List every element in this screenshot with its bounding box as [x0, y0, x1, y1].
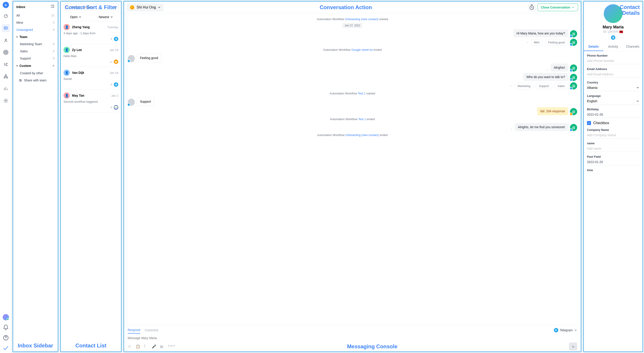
status-icon[interactable] [3, 345, 9, 351]
inbox-section-custom[interactable]: Custom [13, 62, 58, 70]
company-field[interactable] [587, 132, 639, 138]
svg-point-7 [6, 65, 7, 66]
filter-open[interactable]: Open [61, 13, 91, 21]
birthday-field[interactable] [587, 112, 639, 118]
inbox-custom-created[interactable]: Created by other [13, 70, 58, 77]
inbox-team-marketing[interactable]: Marketing Team5 [13, 41, 58, 48]
filter-icon[interactable] [113, 5, 116, 9]
tab-channels[interactable]: Channels [623, 43, 642, 51]
channel-icon: ★ [114, 60, 118, 64]
country-select[interactable]: Albania [587, 85, 639, 91]
user-avatar[interactable] [3, 314, 9, 320]
date-chip: Jan 27, 2022 [342, 23, 362, 28]
workflows-icon[interactable] [2, 60, 10, 69]
name-field[interactable] [587, 146, 639, 152]
contact-id: ID: 1297375🇦🇱 [586, 30, 640, 34]
contact-search[interactable] [63, 4, 119, 11]
svg-point-14 [20, 79, 20, 80]
workflow-event: Automation Workflow Google sheet try end… [128, 48, 577, 52]
nav-rail: S [0, 0, 12, 353]
settings-icon[interactable] [2, 97, 10, 105]
collapse-icon[interactable] [50, 4, 54, 9]
filter-newest[interactable]: Newest [91, 13, 121, 21]
details-overlay-title: ContactDetails [620, 4, 640, 16]
telegram-icon[interactable]: ✈ [611, 35, 616, 40]
checkbox-field[interactable]: ✓ [587, 121, 591, 125]
snooze-button[interactable] [528, 4, 535, 11]
contact-card[interactable]: 👤May TanJan 2 Second workflow triggered … [61, 90, 121, 113]
contact-avatar [128, 99, 135, 106]
contacts-icon[interactable] [2, 36, 10, 44]
language-select[interactable]: English [587, 98, 639, 105]
inbox-panel-label: Inbox Sidebar [13, 340, 58, 351]
bot-avatar: ⊞ [570, 39, 577, 46]
inbox-item-unassigned[interactable]: Unassigned4 [13, 26, 58, 33]
message-error: fail. 204 response [537, 107, 568, 115]
workflow-event: Automation Workflow Test 1 started [128, 92, 577, 95]
clipboard-icon[interactable]: 📋 [136, 344, 140, 349]
help-icon[interactable] [3, 335, 9, 341]
bot-avatar: ⊞ [570, 82, 577, 90]
telegram-icon: ✈ [554, 328, 558, 332]
console-overlay-title: Conversation Action [320, 4, 372, 11]
message-input[interactable] [128, 333, 577, 342]
assignee-dropdown[interactable]: Shi Hui Ong [127, 3, 164, 12]
message-out: Alrights! [550, 64, 568, 72]
check-icon: ✓ [546, 68, 549, 72]
tab-details[interactable]: Details [584, 43, 603, 51]
inbox-team-support[interactable]: Support0 [13, 55, 58, 62]
inbox-section-team[interactable]: Team [13, 33, 58, 41]
arrow-in-icon: ↙ [110, 60, 112, 64]
past-field[interactable] [587, 159, 639, 165]
telegram-icon: ✈ [114, 82, 118, 87]
svg-point-4 [4, 51, 7, 54]
broadcast-icon[interactable] [2, 48, 10, 56]
notifications-icon[interactable] [3, 324, 9, 331]
inbox-item-mine[interactable]: Mine2 [13, 19, 58, 26]
inbox-sidebar: Inbox All11 Mine2 Unassigned4 Team Marke… [12, 1, 58, 352]
contact-card[interactable]: 👤Van DijkJan 18 Saved ↗✈ [61, 67, 121, 90]
tab-respond[interactable]: Respond [128, 327, 140, 333]
tab-activity[interactable]: Activity [603, 43, 623, 51]
arrow-out-icon: ↗ [110, 83, 112, 86]
quick-reply: Support [536, 83, 552, 89]
svg-rect-13 [51, 5, 54, 8]
mic-icon[interactable]: 🎤 [152, 344, 156, 349]
send-button[interactable]: ➤ [569, 342, 577, 350]
reports-icon[interactable] [2, 85, 10, 93]
check-icon: ✓ [526, 41, 529, 44]
contact-card[interactable]: 👤Zheng YangTuesday 3 days ago - 1 days f… [61, 21, 121, 44]
arrow-out-icon: ↗ [110, 106, 112, 109]
dashboard-icon[interactable] [2, 12, 10, 20]
email-field[interactable] [587, 72, 639, 78]
svg-point-3 [5, 52, 6, 53]
variable-icon[interactable]: {var} [168, 344, 175, 349]
snippet-icon[interactable]: ▤ [160, 344, 164, 349]
telegram-icon: ✈ [114, 37, 118, 41]
svg-point-15 [21, 80, 22, 80]
tab-comment[interactable]: Comment [145, 327, 158, 333]
contact-details-panel: ContactDetails Mary Maria ID: 1297375🇦🇱 … [583, 1, 643, 352]
upload-icon[interactable]: ⤴ [144, 344, 148, 349]
quick-reply: Meh [531, 39, 543, 46]
svg-point-2 [5, 39, 6, 41]
inbox-item-all[interactable]: All11 [13, 12, 58, 19]
inbox-team-sales[interactable]: Sales2 [13, 48, 58, 55]
contact-card[interactable]: 👤Zy LeeJan 19 Hello Man ↙★ [61, 44, 121, 67]
org-icon[interactable] [2, 73, 10, 81]
inbox-custom-share[interactable]: Share with team [13, 77, 58, 84]
search-input[interactable] [71, 5, 111, 9]
workspace-avatar[interactable]: S [3, 2, 9, 8]
console-panel-label: Messaging Console [179, 343, 566, 350]
phone-field[interactable] [587, 58, 639, 64]
bot-avatar: ⊞ [570, 124, 577, 131]
messages-icon[interactable] [2, 24, 10, 32]
compose-channel-select[interactable]: ✈Telegram [554, 328, 577, 332]
emoji-icon[interactable]: ☺ [128, 344, 132, 349]
svg-point-6 [6, 63, 7, 64]
contact-list-panel: Contact Sort & Filter Open Newest 👤Zheng… [60, 1, 122, 352]
close-conversation-button[interactable]: Close Conversation [538, 4, 578, 11]
quick-reply: Sales [554, 83, 568, 89]
add-custom-icon[interactable] [52, 64, 56, 68]
contact-name: Mary Maria [586, 25, 640, 30]
